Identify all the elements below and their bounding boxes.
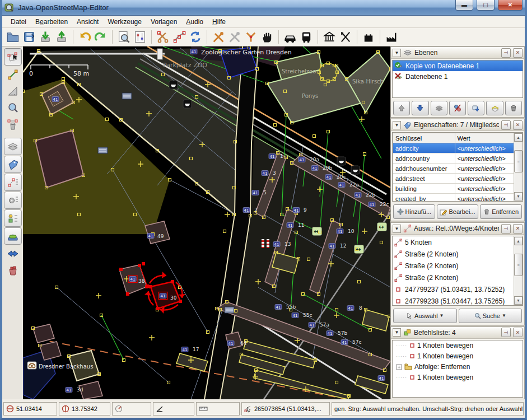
list-item[interactable]: 247799237 (51.03431, 13.75252) <box>393 283 514 295</box>
menu-ansicht[interactable]: Ansicht <box>73 17 102 27</box>
tree-item[interactable]: ·····1 Knoten bewegen <box>393 340 523 351</box>
collapse-icon[interactable]: ▼ <box>393 49 401 57</box>
list-item[interactable]: Straße (2 Knoten) <box>393 248 514 260</box>
split-way-icon[interactable] <box>172 30 186 44</box>
minimize-button[interactable]: ▬ <box>455 0 473 11</box>
table-row[interactable]: created_by<unterschiedlich> <box>393 194 514 202</box>
layer-hidden-icon[interactable] <box>394 72 403 81</box>
selection-toggle-button[interactable] <box>4 174 22 191</box>
zoom-to-data-icon[interactable] <box>116 30 131 44</box>
add-tag-button[interactable]: Hinzufü... <box>393 204 435 219</box>
bank-icon[interactable] <box>322 30 337 44</box>
car-icon[interactable] <box>283 30 297 44</box>
close-icon[interactable]: ✕ <box>513 328 523 337</box>
scroll-thumb[interactable]: ≡ <box>514 150 523 172</box>
commands-toggle-button[interactable] <box>4 227 22 245</box>
selected-node[interactable] <box>149 285 152 288</box>
tree-item[interactable]: ·····1 Knoten bewegen <box>393 351 523 362</box>
upload-icon[interactable] <box>54 30 69 44</box>
properties-toggle-button[interactable] <box>4 192 22 209</box>
table-row[interactable]: addr:country<unterschiedlich> <box>393 153 514 164</box>
measure-tool[interactable] <box>4 83 21 99</box>
unglue-ways-icon[interactable] <box>156 30 170 44</box>
map-canvas[interactable]: ↔ ↔ ↔ 0 58 m 414141414141414141414141414… <box>23 46 390 399</box>
preferences-icon[interactable] <box>133 30 147 44</box>
castle-icon[interactable] <box>361 30 376 44</box>
scroll-up-icon[interactable]: ▲ <box>514 237 523 245</box>
close-icon[interactable]: ✕ <box>513 48 523 58</box>
tools-gray-icon[interactable] <box>227 30 242 44</box>
delete-tool[interactable] <box>4 116 21 133</box>
layer-up-button[interactable] <box>393 101 410 115</box>
conflicts-toggle-button[interactable] <box>4 245 21 262</box>
factory-icon[interactable] <box>384 30 399 44</box>
bus-icon[interactable] <box>299 30 314 44</box>
table-row[interactable]: building<unterschiedlich> <box>393 184 514 194</box>
layers-toggle-button[interactable] <box>4 138 22 155</box>
selected-node[interactable] <box>138 264 141 267</box>
selected-node[interactable] <box>179 300 182 303</box>
layer-merge-button[interactable] <box>431 101 447 115</box>
search-dropdown-button[interactable]: Suche▼ <box>459 309 523 323</box>
align-nodes-icon[interactable] <box>244 30 258 44</box>
menu-bearbeiten[interactable]: Bearbeiten <box>31 17 72 27</box>
close-icon[interactable]: ✕ <box>513 224 523 234</box>
table-row[interactable]: addr:housenumber<unterschiedlich> <box>393 164 514 174</box>
list-item[interactable]: Straße (2 Knoten) <box>393 272 514 283</box>
selection-scrollbar[interactable]: ▲ ≡ ▼ <box>514 236 523 305</box>
scroll-thumb[interactable]: ≡ <box>514 254 523 276</box>
zoom-tool[interactable] <box>4 100 21 116</box>
selected-node[interactable] <box>142 262 145 265</box>
edit-tag-button[interactable]: Bearbei... <box>437 204 479 219</box>
table-row[interactable]: addr:city<unterschiedlich> <box>393 143 514 153</box>
delete-tag-button[interactable]: Entfernen <box>480 204 522 219</box>
pin-icon[interactable]: ⊣ <box>501 120 511 130</box>
layer-visible-icon[interactable] <box>394 62 403 70</box>
maximize-button[interactable]: ▢ <box>477 0 495 11</box>
restaurant-icon[interactable] <box>338 30 353 44</box>
selected-node[interactable] <box>146 284 149 288</box>
pan-hand-icon[interactable] <box>260 30 274 44</box>
scroll-down-icon[interactable]: ▼ <box>514 296 523 305</box>
tree-item[interactable]: Abfolge: Entfernen <box>393 362 523 372</box>
layer-row[interactable]: Kopie von Datenebene 1 <box>393 60 523 71</box>
save-icon[interactable] <box>22 30 36 44</box>
scroll-down-icon[interactable]: ▼ <box>514 192 523 200</box>
pin-icon[interactable]: ⊣ <box>501 328 511 337</box>
tags-toggle-button[interactable] <box>4 156 22 173</box>
open-icon[interactable] <box>6 30 20 44</box>
selection-dropdown-button[interactable]: Auswahl▼ <box>393 309 457 323</box>
draw-node-tool[interactable] <box>4 66 21 82</box>
pin-icon[interactable]: ⊣ <box>501 224 511 234</box>
layer-row[interactable]: Datenebene 1 <box>393 71 523 82</box>
list-item[interactable]: Straße (2 Knoten) <box>393 260 514 272</box>
layer-merge-down-button[interactable] <box>468 101 484 115</box>
download-icon[interactable] <box>38 30 53 44</box>
tree-item[interactable]: ·····1 Knoten bewegen <box>393 372 523 383</box>
layer-visibility-button[interactable] <box>449 101 466 115</box>
properties-scrollbar[interactable]: ▲ ≡ ▼ <box>514 133 523 201</box>
select-tool[interactable] <box>4 48 22 66</box>
layer-duplicate-button[interactable] <box>486 101 503 115</box>
pin-icon[interactable]: ⊣ <box>501 48 511 58</box>
map-svg[interactable]: ↔ ↔ ↔ 0 58 m 414141414141414141414141414… <box>23 46 390 399</box>
menu-hilfe[interactable]: Hilfe <box>208 17 230 27</box>
menu-vorlagen[interactable]: Vorlagen <box>147 17 181 27</box>
title-bar[interactable]: Java-OpenStreetMap-Editor ▬ ▢ ✕ <box>0 0 527 16</box>
selected-node[interactable] <box>171 280 174 283</box>
selected-node[interactable] <box>156 307 160 310</box>
scroll-up-icon[interactable]: ▲ <box>514 133 523 142</box>
menu-datei[interactable]: Datei <box>7 17 30 27</box>
selected-node[interactable] <box>119 268 123 271</box>
tools-orange-icon[interactable] <box>211 30 226 44</box>
menu-werkzeuge[interactable]: Werkzeuge <box>104 17 145 27</box>
table-header-row[interactable]: SchlüsselWert <box>393 133 514 143</box>
relations-toggle-button[interactable] <box>4 209 22 227</box>
menu-audio[interactable]: Audio <box>182 17 207 27</box>
collapse-icon[interactable]: ▼ <box>393 121 401 129</box>
close-button[interactable]: ✕ <box>498 0 523 11</box>
redo-icon[interactable] <box>94 30 108 44</box>
layer-down-button[interactable] <box>412 101 428 115</box>
list-item[interactable]: 247799238 (51.03447, 13.75265) <box>393 295 514 306</box>
collapse-icon[interactable]: ▼ <box>393 225 401 233</box>
